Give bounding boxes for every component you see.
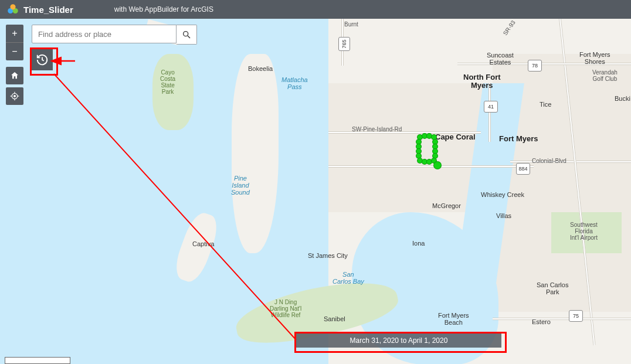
label-bucki: Bucki: [615, 95, 630, 102]
gps-point: [427, 159, 432, 164]
home-icon: [10, 71, 19, 80]
label-fort-myers: Fort Myers: [499, 135, 538, 143]
gps-point: [416, 140, 421, 144]
label-tice: Tice: [540, 101, 551, 108]
search-container: [32, 25, 197, 45]
history-clock-icon: [36, 53, 49, 66]
label-cayo-costa: Cayo Costa State Park: [160, 69, 175, 95]
road-mid: [328, 165, 534, 168]
label-mcgregor: McGregor: [432, 202, 461, 209]
gps-point: [422, 159, 427, 164]
gps-point: [434, 162, 441, 169]
gps-point: [416, 149, 421, 154]
road-estero: [493, 318, 631, 320]
svg-line-10: [188, 36, 190, 38]
attribution-bar: [5, 357, 70, 364]
gps-point: [418, 158, 422, 163]
search-button[interactable]: [177, 25, 197, 45]
gps-point: [433, 149, 437, 154]
gps-point: [416, 144, 421, 149]
svg-point-4: [14, 96, 16, 97]
gps-point: [433, 140, 437, 144]
label-fort-myers-beach: Fort Myers Beach: [438, 312, 469, 326]
label-san-carlos-park: San Carlos Park: [537, 281, 568, 295]
label-suncoast: Suncoast Estates: [487, 52, 514, 66]
route-shield-78: 78: [528, 60, 542, 72]
label-jn-ding: J N Ding Darling Nat'l Wildlife Ref: [270, 299, 301, 318]
zoom-out-button[interactable]: −: [6, 43, 23, 60]
label-matlacha: Matlacha Pass: [281, 76, 308, 90]
label-bokeelia: Bokeelia: [248, 65, 273, 72]
label-colonial: Colonial-Blvd: [532, 158, 566, 164]
label-burnt: Burnt: [344, 21, 358, 28]
label-fort-myers-shores: Fort Myers Shores: [579, 51, 610, 65]
gps-point: [433, 154, 437, 158]
route-shield-75: 75: [569, 310, 583, 322]
label-cape-coral: Cape Coral: [435, 133, 476, 141]
locate-icon: [10, 91, 19, 101]
label-st-james: St James City: [308, 252, 348, 259]
appbuilder-logo-icon: [7, 4, 19, 15]
label-pine-island-sound: Pine Island Sound: [231, 175, 250, 196]
search-input[interactable]: [32, 25, 177, 43]
label-north-fort-myers: North Fort Myers: [463, 73, 501, 90]
road-41: [488, 83, 491, 142]
home-button[interactable]: [6, 67, 23, 84]
app-title: Time_Slider: [23, 5, 73, 15]
gps-point: [432, 135, 436, 140]
route-shield-884: 884: [516, 163, 530, 175]
label-verandah: Verandah Golf Club: [592, 69, 618, 82]
gps-point: [427, 134, 432, 138]
label-pine-island-rd: SW-Pine-Island-Rd: [352, 126, 402, 132]
label-villas: Villas: [496, 212, 511, 219]
gps-point: [418, 135, 422, 140]
app-header: Time_Slider with Web AppBuilder for ArcG…: [0, 0, 631, 19]
gps-point: [416, 154, 421, 158]
label-captiva: Captiva: [192, 240, 214, 247]
label-estero: Estero: [532, 318, 551, 325]
label-sanibel: Sanibel: [324, 315, 345, 322]
label-airport: Southwest Florida Int'l Airport: [570, 222, 598, 241]
pine-island: [232, 54, 279, 253]
locate-button[interactable]: [6, 87, 23, 105]
app-subtitle: with Web AppBuilder for ArcGIS: [114, 5, 213, 13]
label-iona: Iona: [412, 240, 425, 247]
label-whiskey-creek: Whiskey Creek: [481, 191, 524, 198]
route-shield-765: 765: [338, 37, 350, 51]
gps-point: [422, 134, 427, 138]
svg-point-2: [10, 4, 15, 9]
search-icon: [182, 30, 191, 39]
time-slider-button[interactable]: [32, 49, 53, 70]
label-san-carlos-bay: San Carlos Bay: [333, 271, 364, 285]
svg-point-9: [184, 32, 188, 36]
zoom-in-button[interactable]: +: [6, 25, 23, 43]
map-canvas[interactable]: 884 41 765 78 75 Boca Grande Cayo Costa …: [0, 19, 631, 364]
gps-point: [433, 144, 437, 149]
time-range-display: March 31, 2020 to April 1, 2020: [296, 334, 501, 348]
route-shield-41: 41: [484, 101, 498, 113]
